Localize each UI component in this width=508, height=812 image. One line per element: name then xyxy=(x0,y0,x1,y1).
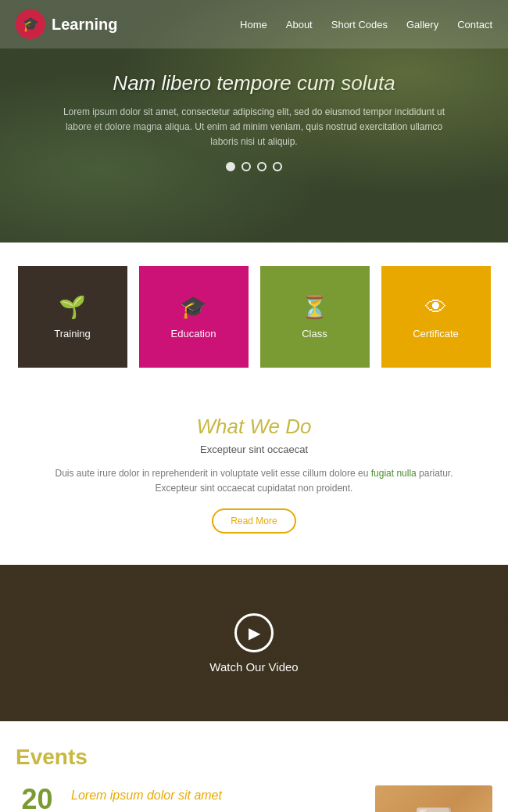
education-label: Education xyxy=(171,328,216,340)
site-header: 🎓 Learning Home About Short Codes Galler… xyxy=(0,0,508,49)
nav-about[interactable]: About xyxy=(286,19,313,31)
what-we-do-subtitle: Excepteur sint occaecat xyxy=(47,444,461,455)
main-nav: Home About Short Codes Gallery Contact xyxy=(240,19,492,31)
hero-dot-2[interactable] xyxy=(241,162,251,171)
nav-home[interactable]: Home xyxy=(240,19,267,31)
nav-gallery[interactable]: Gallery xyxy=(406,19,438,31)
what-we-do-link[interactable]: fugiat nulla xyxy=(371,468,417,479)
event-description: Duis aute irure dolor in reprehenderit i… xyxy=(71,809,363,812)
education-icon: 🎓 xyxy=(180,294,207,320)
training-label: Training xyxy=(54,328,90,340)
class-label: Class xyxy=(302,328,327,340)
feature-certificate[interactable]: 👁 Certificate xyxy=(381,266,491,368)
events-section: Events 20 June Lorem ipsum dolor sit ame… xyxy=(0,721,508,812)
nav-shortcodes[interactable]: Short Codes xyxy=(331,19,388,31)
what-we-do-description: Duis aute irure dolor in reprehenderit i… xyxy=(47,466,461,496)
features-section: 🌱 Training 🎓 Education ⏳ Class 👁 Certifi… xyxy=(0,243,508,391)
video-play-button[interactable]: ▶ xyxy=(234,613,274,652)
what-we-do-section: What We Do Excepteur sint occaecat Duis … xyxy=(0,391,508,549)
brand-name: Learning xyxy=(52,16,117,34)
feature-training[interactable]: 🌱 Training xyxy=(18,266,127,368)
what-we-do-read-more[interactable]: Read More xyxy=(212,508,295,534)
hero-description: Lorem ipsum dolor sit amet, consectetur … xyxy=(63,105,445,150)
feature-education[interactable]: 🎓 Education xyxy=(139,266,249,368)
nav-contact[interactable]: Contact xyxy=(457,19,492,31)
hero-dot-4[interactable] xyxy=(273,162,282,171)
event-date: 20 June xyxy=(16,785,59,812)
event-image xyxy=(375,785,492,812)
hero-dot-1[interactable] xyxy=(226,162,235,171)
event-heading: Lorem ipsum dolor sit amet xyxy=(71,789,363,803)
class-icon: ⏳ xyxy=(301,294,328,320)
hero-dots xyxy=(226,162,282,171)
certificate-icon: 👁 xyxy=(425,294,447,320)
hero-title: Nam libero tempore cum soluta xyxy=(113,71,395,95)
event-day: 20 xyxy=(16,785,59,812)
logo-icon: 🎓 xyxy=(16,9,45,39)
training-icon: 🌱 xyxy=(59,294,86,320)
video-label: Watch Our Video xyxy=(209,660,298,674)
certificate-label: Certificate xyxy=(413,328,459,340)
event-item: 20 June Lorem ipsum dolor sit amet Duis … xyxy=(16,785,492,812)
events-title: Events xyxy=(16,745,492,770)
logo[interactable]: 🎓 Learning xyxy=(16,9,117,39)
video-section: ▶ Watch Our Video xyxy=(0,565,508,721)
hero-dot-3[interactable] xyxy=(257,162,267,171)
event-content: Lorem ipsum dolor sit amet Duis aute iru… xyxy=(71,785,363,812)
what-we-do-title: What We Do xyxy=(47,415,461,439)
feature-class[interactable]: ⏳ Class xyxy=(260,266,370,368)
